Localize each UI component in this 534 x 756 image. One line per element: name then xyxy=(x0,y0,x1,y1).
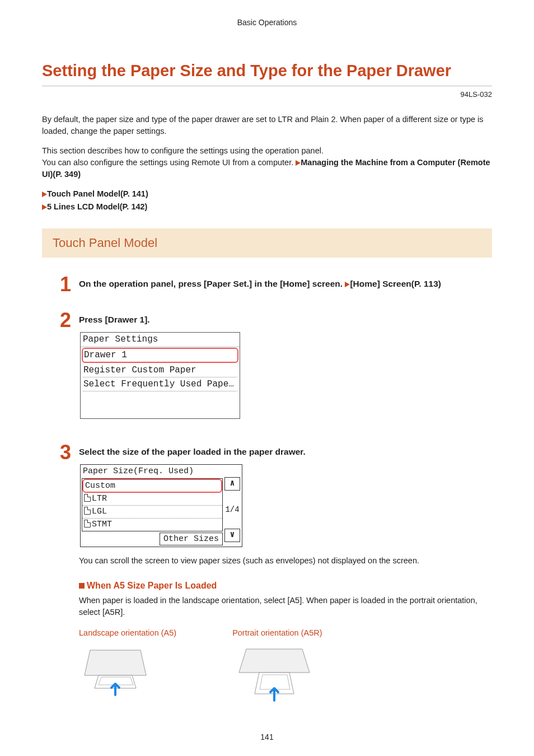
paper-size-screen: Paper Size(Freq. Used) Custom LTR LGL ST… xyxy=(80,464,242,548)
orientation-row: Landscape orientation (A5) Portrait orie… xyxy=(79,627,488,703)
chevron-up-icon: ∧ xyxy=(229,478,235,490)
step-number: 2 xyxy=(60,310,79,427)
intro-p2: This section describes how to configure … xyxy=(42,145,492,180)
page-icon xyxy=(84,494,91,502)
step-3-title: Select the size of the paper loaded in t… xyxy=(79,446,488,458)
toc: Touch Panel Model(P. 141) 5 Lines LCD Mo… xyxy=(42,188,492,213)
toc-5-lines-lcd[interactable]: 5 Lines LCD Model(P. 142) xyxy=(47,202,147,211)
home-screen-link[interactable]: [Home] Screen(P. 113) xyxy=(350,279,441,288)
landscape-col: Landscape orientation (A5) xyxy=(79,627,176,703)
section-heading: Touch Panel Model xyxy=(42,228,492,258)
step-1-title: On the operation panel, press [Paper Set… xyxy=(79,278,488,290)
drawer-1-option[interactable]: Drawer 1 xyxy=(82,348,238,363)
square-bullet-icon xyxy=(79,583,85,589)
scroll-down-button[interactable]: ∨ xyxy=(224,529,240,542)
a5-subheading: When A5 Size Paper Is Loaded xyxy=(79,579,488,592)
select-frequently-used-option[interactable]: Select Frequently Used Pape… xyxy=(83,377,237,391)
landscape-label: Landscape orientation (A5) xyxy=(79,627,176,639)
scroll-note: You can scroll the screen to view paper … xyxy=(79,555,488,567)
intro-block: By default, the paper size and type of t… xyxy=(42,114,492,180)
page-icon xyxy=(84,520,91,528)
printer-landscape-icon xyxy=(79,645,152,698)
other-sizes-button[interactable]: Other Sizes xyxy=(160,533,223,546)
svg-marker-3 xyxy=(239,649,310,673)
step-number: 3 xyxy=(60,442,79,699)
page-indicator: 1/4 xyxy=(225,504,239,515)
step-number: 1 xyxy=(60,274,79,295)
scroll-up-button[interactable]: ∧ xyxy=(224,477,240,491)
chevron-down-icon: ∨ xyxy=(229,529,235,542)
play-icon xyxy=(42,192,47,197)
svg-marker-0 xyxy=(85,650,146,675)
intro-p2a: This section describes how to configure … xyxy=(42,146,324,155)
play-icon xyxy=(345,282,350,287)
printer-portrait-icon xyxy=(232,645,316,703)
step-2-title: Press [Drawer 1]. xyxy=(79,314,488,326)
play-icon xyxy=(296,160,301,166)
svg-marker-5 xyxy=(260,675,290,689)
play-icon xyxy=(42,204,47,210)
page-number: 141 xyxy=(42,731,492,743)
a5-body: When paper is loaded in the landscape or… xyxy=(79,595,488,618)
size-list: Custom LTR LGL STMT xyxy=(82,478,223,531)
size-ltr[interactable]: LTR xyxy=(82,493,222,506)
screen-title: Paper Size(Freq. Used) xyxy=(81,465,242,478)
intro-p1: By default, the paper size and type of t… xyxy=(42,114,492,137)
portrait-label: Portrait orientation (A5R) xyxy=(232,627,322,639)
step-2: 2 Press [Drawer 1]. Paper Settings Drawe… xyxy=(60,314,488,430)
screen-title: Paper Settings xyxy=(81,333,240,347)
intro-p2b: You can also configure the settings usin… xyxy=(42,158,296,167)
step-1: 1 On the operation panel, press [Paper S… xyxy=(60,278,488,298)
size-stmt[interactable]: STMT xyxy=(82,519,222,531)
page-title: Setting the Paper Size and Type for the … xyxy=(42,59,492,86)
step-3: 3 Select the size of the paper loaded in… xyxy=(60,446,488,703)
paper-settings-screen: Paper Settings Drawer 1 Register Custom … xyxy=(80,332,240,419)
page-icon xyxy=(84,507,91,515)
size-custom[interactable]: Custom xyxy=(82,479,222,493)
toc-touch-panel[interactable]: Touch Panel Model(P. 141) xyxy=(47,189,148,198)
doc-code: 94LS-032 xyxy=(42,90,492,100)
size-lgl[interactable]: LGL xyxy=(82,506,222,519)
register-custom-paper-option[interactable]: Register Custom Paper xyxy=(83,363,237,377)
screen-empty-area xyxy=(81,391,240,418)
portrait-col: Portrait orientation (A5R) xyxy=(232,627,322,703)
breadcrumb: Basic Operations xyxy=(42,17,492,28)
